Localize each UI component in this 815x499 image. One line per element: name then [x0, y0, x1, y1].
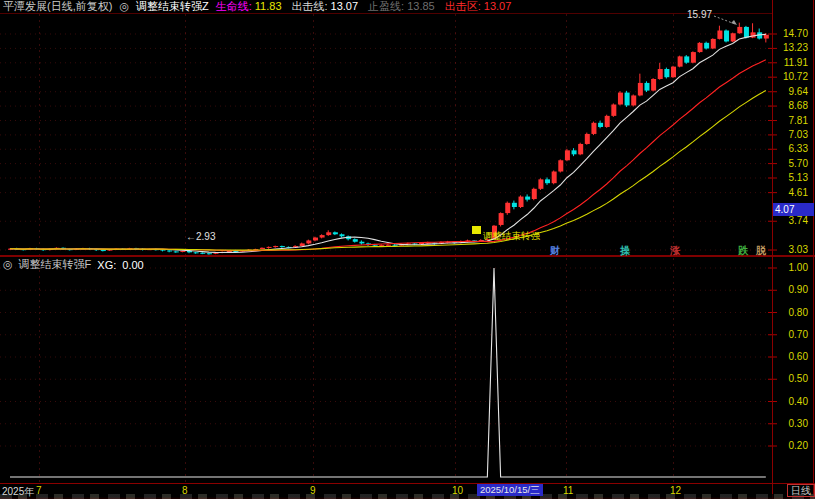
candle: [393, 245, 398, 246]
candle: [591, 123, 596, 134]
candle: [717, 31, 722, 39]
candle: [260, 248, 265, 249]
header-field-label: 出击区:: [445, 0, 481, 13]
crosshair-date-tag: 2025/10/15/三: [477, 484, 543, 496]
candle: [611, 105, 616, 116]
year-label: 2025年: [2, 485, 34, 499]
candle: [684, 56, 689, 62]
candle: [512, 203, 517, 207]
candle: [273, 246, 278, 247]
indicator-axis-label: 1.00: [772, 262, 808, 274]
candle: [359, 242, 364, 244]
header-field-label: 出击线:: [292, 0, 328, 13]
candle: [565, 150, 570, 160]
xg-value: 0.00: [122, 259, 143, 271]
candle: [320, 235, 325, 237]
candle: [180, 251, 185, 252]
time-axis: 2025年 2025/10/15/三 日线 789101112: [0, 484, 815, 498]
price-axis-label: 7.03: [772, 129, 808, 141]
header-field-label: 生命线:: [216, 0, 252, 13]
candle: [200, 253, 205, 254]
header-field-value: 11.83: [255, 0, 282, 13]
signal-marker: [472, 226, 481, 234]
candle: [578, 144, 583, 154]
candle: [644, 83, 649, 91]
signal-text-annotation: 调整结束转强: [483, 230, 540, 243]
indicator-icon: ◎: [119, 0, 129, 13]
indicator-axis-label: 0.60: [772, 351, 808, 363]
candle: [698, 43, 703, 52]
candle: [519, 197, 524, 207]
candle: [505, 203, 510, 213]
arrow-head-icon: [731, 20, 737, 25]
month-label: 8: [182, 485, 188, 496]
header-field: 止盈线:13.85: [368, 0, 435, 13]
event-marker-glyph: 涨: [670, 244, 680, 258]
header-field-label: 止盈线:: [368, 0, 404, 13]
price-axis-label: 11.91: [772, 57, 808, 69]
xg-spike-line: [10, 268, 766, 477]
ma-line-MA-fast: [10, 34, 766, 252]
candle: [625, 93, 630, 106]
price-axis-label: 3.03: [772, 244, 808, 256]
candle: [353, 239, 358, 242]
candle: [306, 240, 311, 243]
main-chart-header: 平潭发展(日线,前复权) ◎ 调整结束转强Z 生命线:11.83出击线:13.0…: [3, 0, 511, 13]
candle: [538, 179, 543, 188]
header-field-value: 13.07: [331, 0, 359, 13]
price-axis-label: 14.70: [772, 28, 808, 40]
candle: [671, 67, 676, 78]
header-field: 出击区:13.07: [445, 0, 512, 13]
event-marker-glyph: 财: [550, 244, 560, 258]
candle: [572, 150, 577, 154]
indicator-name: 调整结束转强Z: [136, 0, 209, 13]
price-axis-label: 5.70: [772, 158, 808, 170]
price-axis-label: 10.72: [772, 71, 808, 83]
candle: [552, 172, 557, 184]
indicator-axis-label: 0.80: [772, 307, 808, 319]
price-axis-label: 5.13: [772, 172, 808, 184]
candle: [631, 95, 636, 105]
candle: [598, 123, 603, 127]
candle: [499, 213, 504, 225]
candle: [585, 134, 590, 144]
event-marker-glyph: 操: [620, 244, 630, 258]
price-axis-label: 13.23: [772, 42, 808, 54]
sub-indicator-name: 调整结束转强F: [19, 257, 92, 272]
low-price-annotation: ←2.93: [186, 231, 215, 242]
candle: [711, 39, 716, 49]
month-label: 9: [310, 485, 316, 496]
month-label: 12: [670, 485, 681, 496]
candle: [605, 116, 610, 127]
header-fields: 生命线:11.83出击线:13.07止盈线:13.85出击区:13.07: [216, 0, 512, 13]
candle: [174, 251, 179, 252]
xg-label: XG:: [97, 259, 116, 271]
indicator-axis-label: 0.20: [772, 440, 808, 452]
candle: [340, 234, 345, 236]
stock-title: 平潭发展(日线,前复权): [3, 0, 112, 13]
price-axis-label: 7.81: [772, 115, 808, 127]
month-label: 11: [563, 485, 573, 496]
price-axis-label: 9.64: [772, 86, 808, 98]
candle: [386, 245, 391, 246]
price-axis-label: 6.33: [772, 143, 808, 155]
candle: [525, 197, 530, 200]
candle: [545, 179, 550, 183]
period-box[interactable]: 日线: [787, 484, 815, 497]
chart-canvas[interactable]: [0, 0, 815, 499]
candle: [207, 253, 212, 254]
candle: [558, 160, 563, 171]
candle: [333, 232, 338, 234]
month-label: 10: [452, 485, 463, 496]
candle: [731, 33, 736, 41]
candle: [691, 52, 696, 63]
price-axis-label: 3.74: [772, 215, 808, 227]
event-marker-glyph: 脱: [756, 244, 766, 258]
indicator-axis-label: 0.70: [772, 329, 808, 341]
candle: [267, 247, 272, 248]
sub-chart-header: ◎ 调整结束转强F XG: 0.00: [3, 258, 144, 271]
candle: [704, 43, 709, 49]
price-axis-label: 4.61: [772, 187, 808, 199]
header-field: 生命线:11.83: [216, 0, 282, 13]
candle: [664, 69, 669, 77]
